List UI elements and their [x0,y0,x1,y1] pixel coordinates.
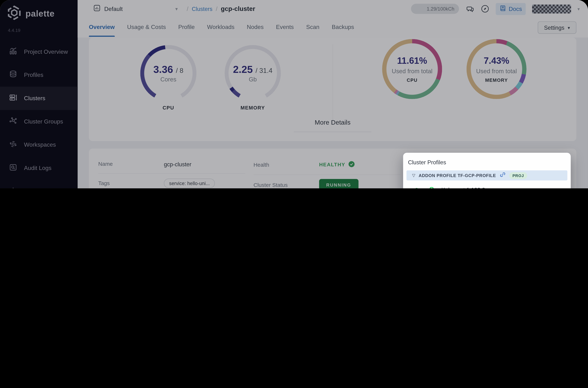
gear-icon [9,186,18,188]
tab-workloads[interactable]: Workloads [207,18,234,37]
user-account-redacted[interactable] [532,4,571,13]
sidebar-item-project-settings[interactable]: Project Settings [0,180,78,188]
topbar-actions: 1.29/100kCh Docs ▾ [411,3,588,15]
sidebar-item-label: Cluster Groups [24,118,63,125]
sidebar: palette 4.4.19 Project Overview Profiles… [0,0,78,188]
project-selector-value: Default [104,5,123,12]
detail-row-cluster-status: Cluster StatusRUNNING [253,175,400,188]
memory-usage-gauge: 2.25 / 31.4 Gb MEMORY [225,45,281,111]
cluster-tabs-bar: Overview Usage & Costs Profile Workloads… [78,18,588,38]
health-status: HEALTHY [319,162,345,168]
panel-title: Cluster Profiles [408,159,446,165]
cluster-profiles-panel: Cluster Profiles ▽ ADDON PROFILE TF-GCP-… [403,153,571,188]
tab-events[interactable]: Events [276,18,294,37]
tab-profile[interactable]: Profile [178,18,195,37]
sidebar-menu: Project Overview Profiles Clusters Clust… [0,40,78,188]
sidebar-item-label: Audit Logs [24,165,51,171]
chevron-right-icon: › [559,186,563,188]
cpu-usage-gauge: 3.36 / 8 Cores CPU [140,45,196,111]
project-selector[interactable]: Default ▾ [93,4,178,13]
gauge-metric-label: CPU [140,105,196,111]
profile-item-kubecost[interactable]: Kubecost 1.103.3 › [407,181,567,188]
sidebar-item-project-overview[interactable]: Project Overview [0,40,78,63]
sidebar-item-cluster-groups[interactable]: Cluster Groups [0,110,78,133]
project-scope-badge: PROJ [509,172,527,179]
sidebar-item-label: Profiles [24,72,43,78]
link-chain-icon [499,171,506,179]
network-icon [9,116,18,127]
breadcrumb-current: gcp-cluster [221,5,255,13]
orbit-icon [9,140,18,150]
book-icon [499,5,506,13]
cpu-total-donut: 11.61% Used from total CPU [382,39,442,99]
sidebar-item-label: Project Settings [24,188,65,188]
detail-row-health: HealthHEALTHY [253,155,400,175]
tab-usage-costs[interactable]: Usage & Costs [127,18,166,37]
status-badge: RUNNING [319,179,358,188]
tab-backups[interactable]: Backups [332,18,354,37]
cluster-metrics-card: 3.36 / 8 Cores CPU 2.25 / 31.4 Gb MEMORY… [89,38,576,141]
more-details-button[interactable]: More Details [294,119,371,132]
details-right-column: HealthHEALTHY Cluster StatusRUNNING Upgr… [253,155,400,188]
chat-icon[interactable] [465,4,474,13]
app-window: palette 4.4.19 Project Overview Profiles… [0,0,588,188]
memory-total-donut: 7.43% Used from total MEMORY [467,39,527,99]
server-icon [9,93,18,104]
check-circle-icon [348,161,355,168]
chevron-down-icon: ▾ [568,25,570,30]
logo-wordmark: palette [25,8,55,19]
sidebar-item-label: Clusters [24,95,45,102]
sidebar-item-clusters[interactable]: Clusters [0,87,78,110]
kubecost-icon [427,185,436,188]
sidebar-item-profiles[interactable]: Profiles [0,63,78,87]
audit-log-icon [9,163,18,173]
credits-counter: 1.29/100kCh [411,4,459,14]
sidebar-item-label: Workspaces [24,142,56,148]
detail-row-tags: Tagsservice: hello-uni... [98,174,245,188]
status-dot [415,188,419,188]
detail-row-name: Namegcp-cluster [98,155,245,174]
app-version: 4.4.19 [8,28,20,33]
sidebar-item-audit-logs[interactable]: Audit Logs [0,156,78,180]
tab-scan[interactable]: Scan [306,18,319,37]
addon-profile-section-header[interactable]: ▽ ADDON PROFILE TF-GCP-PROFILE PROJ [407,170,567,181]
details-left-column: Namegcp-cluster Tagsservice: hello-uni..… [98,155,245,188]
bar-chart-icon [9,47,18,57]
sidebar-item-workspaces[interactable]: Workspaces [0,133,78,156]
breadcrumb: / Clusters / gcp-cluster [187,5,255,13]
breadcrumb-clusters-link[interactable]: Clusters [192,6,212,12]
tag-chip[interactable]: service: hello-uni... [164,178,215,188]
palette-logo-icon [7,5,22,22]
docs-button[interactable]: Docs [496,3,525,15]
chevron-down-icon[interactable]: ▾ [577,6,580,11]
layers-icon [9,70,18,80]
compass-icon[interactable] [481,4,489,13]
tab-nodes[interactable]: Nodes [247,18,264,37]
gauge-metric-label: MEMORY [225,105,281,111]
project-scope-icon [93,4,100,13]
palette-logo: palette [7,5,55,22]
sidebar-item-label: Project Overview [24,48,68,55]
chevron-down-icon: ▾ [175,6,178,12]
tab-overview[interactable]: Overview [89,18,115,37]
top-bar: Default ▾ / Clusters / gcp-cluster 1.29/… [78,0,588,18]
settings-dropdown-button[interactable]: Settings ▾ [538,21,576,34]
chevron-down-icon: ▽ [412,173,415,178]
